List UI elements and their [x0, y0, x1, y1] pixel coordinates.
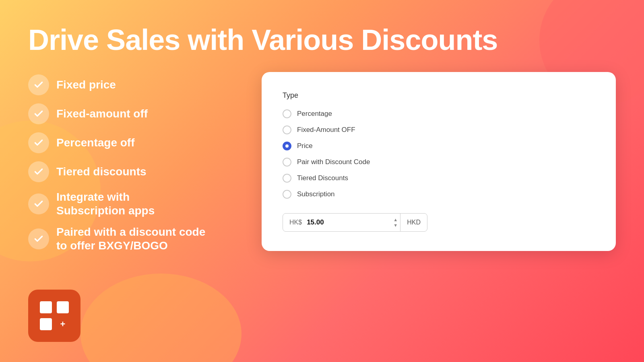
- radio-outer-price[interactable]: [283, 142, 291, 150]
- radio-item-price[interactable]: Price: [283, 142, 595, 150]
- radio-label-tiered-discounts: Tiered Discounts: [297, 174, 348, 182]
- check-label-fixed-price: Fixed price: [56, 78, 116, 92]
- check-label-percentage-off: Percentage off: [56, 136, 135, 150]
- page-title: Drive Sales with Various Discounts: [28, 24, 616, 56]
- check-label-tiered-discounts: Tiered discounts: [56, 165, 147, 179]
- radio-item-fixed-amount-off[interactable]: Fixed-Amount OFF: [283, 125, 595, 134]
- radio-item-subscription[interactable]: Subscription: [283, 190, 595, 199]
- radio-item-percentage[interactable]: Percentage: [283, 109, 595, 118]
- check-circle-paired-discount: [28, 228, 49, 249]
- radio-outer-percentage[interactable]: [283, 109, 291, 118]
- spinner-down-icon[interactable]: ▼: [393, 223, 398, 228]
- right-column: Type PercentageFixed-Amount OFFPricePair…: [262, 72, 616, 251]
- check-item-fixed-price: Fixed price: [28, 72, 237, 98]
- radio-inner-price: [285, 144, 289, 148]
- check-item-integrate-subscription: Integrate with Subscription apps: [28, 188, 237, 220]
- radio-item-tiered-discounts[interactable]: Tiered Discounts: [283, 174, 595, 183]
- radio-label-fixed-amount-off: Fixed-Amount OFF: [297, 126, 355, 134]
- check-item-percentage-off: Percentage off: [28, 130, 237, 156]
- check-item-paired-discount: Paired with a discount code to offer BXG…: [28, 223, 237, 255]
- two-column-layout: Fixed price Fixed-amount off Percentage …: [28, 72, 616, 255]
- check-circle-integrate-subscription: [28, 193, 49, 214]
- check-label-fixed-amount-off: Fixed-amount off: [56, 107, 148, 121]
- check-circle-percentage-off: [28, 132, 49, 153]
- check-circle-tiered-discounts: [28, 161, 49, 182]
- type-label: Type: [283, 91, 595, 100]
- radio-outer-subscription[interactable]: [283, 190, 291, 199]
- radio-label-pair-discount-code: Pair with Discount Code: [297, 158, 370, 166]
- radio-label-subscription: Subscription: [297, 190, 335, 198]
- check-circle-fixed-amount-off: [28, 103, 49, 124]
- check-circle-fixed-price: [28, 74, 49, 95]
- checklist: Fixed price Fixed-amount off Percentage …: [28, 72, 237, 255]
- discount-type-card: Type PercentageFixed-Amount OFFPricePair…: [262, 72, 616, 251]
- price-input-row[interactable]: HK$ 15.00 ▲ ▼ HKD: [283, 213, 427, 232]
- price-currency: HKD: [400, 214, 427, 231]
- check-label-paired-discount: Paired with a discount code to offer BXG…: [56, 225, 205, 252]
- radio-label-price: Price: [297, 142, 313, 150]
- radio-outer-pair-discount-code[interactable]: [283, 158, 291, 167]
- check-item-fixed-amount-off: Fixed-amount off: [28, 101, 237, 127]
- radio-outer-fixed-amount-off[interactable]: [283, 125, 291, 134]
- radio-group: PercentageFixed-Amount OFFPricePair with…: [283, 109, 595, 199]
- price-prefix: HK$: [283, 214, 305, 231]
- price-value: 15.00: [305, 214, 391, 231]
- check-label-integrate-subscription: Integrate with Subscription apps: [56, 190, 155, 217]
- radio-outer-tiered-discounts[interactable]: [283, 174, 291, 183]
- check-item-tiered-discounts: Tiered discounts: [28, 159, 237, 185]
- content: Drive Sales with Various Discounts Fixed…: [0, 0, 644, 362]
- radio-item-pair-discount-code[interactable]: Pair with Discount Code: [283, 158, 595, 167]
- radio-label-percentage: Percentage: [297, 110, 332, 118]
- spinner-up-icon[interactable]: ▲: [393, 217, 398, 222]
- price-spinners[interactable]: ▲ ▼: [391, 217, 400, 228]
